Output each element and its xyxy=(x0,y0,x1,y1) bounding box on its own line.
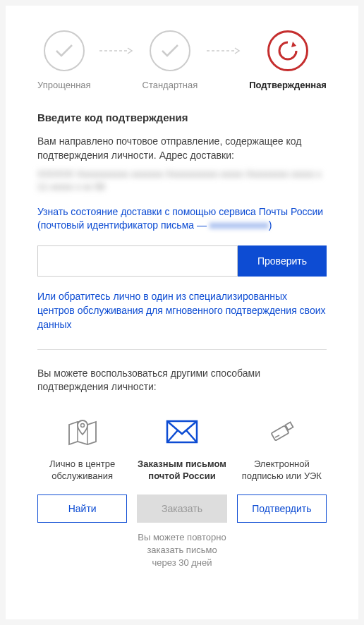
confirm-button[interactable]: Подтвердить xyxy=(237,494,327,523)
code-input-row: Проверить xyxy=(37,245,327,277)
order-button: Заказать xyxy=(137,494,226,523)
delivery-status-link[interactable]: Узнать состояние доставки с помощью серв… xyxy=(37,205,327,233)
method-center: Лично в центре обслуживания Найти xyxy=(37,414,127,570)
step-standard: Стандартная xyxy=(142,30,198,90)
verification-card: Упрощенная Стандартная Подтвержденная Вв… xyxy=(6,6,358,619)
envelope-icon xyxy=(166,414,198,449)
link-text: Узнать состояние доставки с помощью серв… xyxy=(37,206,323,231)
step-label: Стандартная xyxy=(142,80,198,90)
method-signature: Электронной подписью или УЭК Подтвердить xyxy=(237,414,327,570)
methods-row: Лично в центре обслуживания Найти Заказн… xyxy=(37,414,327,570)
address-hidden: XXXXXX Xxxxxxxxxxx xxxxxxx Xxxxxxxxxxx x… xyxy=(37,168,327,193)
svg-rect-6 xyxy=(272,425,289,440)
page-title: Введите код подтверждения xyxy=(37,111,327,123)
method-label: Лично в центре обслуживания xyxy=(37,458,127,485)
check-icon xyxy=(150,30,190,71)
method-label: Электронной подписью или УЭК xyxy=(237,458,327,485)
description-text: Вам направлено почтовое отправление, сод… xyxy=(37,135,327,162)
link-text-end: ) xyxy=(269,219,272,231)
step-label: Подтвержденная xyxy=(249,80,327,90)
divider xyxy=(37,349,327,350)
check-icon xyxy=(44,30,85,71)
usb-key-icon xyxy=(265,414,298,449)
step-simplified: Упрощенная xyxy=(37,30,91,90)
reload-icon xyxy=(267,30,308,71)
method-mail: Заказным письмом почтой России Заказать … xyxy=(137,414,226,570)
arrow-icon xyxy=(99,47,133,55)
step-label: Упрощенная xyxy=(37,80,91,90)
method-label: Заказным письмом почтой России xyxy=(137,458,226,485)
arrow-icon xyxy=(207,47,241,55)
svg-line-8 xyxy=(275,435,279,437)
reorder-note: Вы можете повторно заказать письмо через… xyxy=(137,531,226,570)
find-button[interactable]: Найти xyxy=(37,494,127,523)
map-pin-icon xyxy=(66,414,99,449)
service-center-link[interactable]: Или обратитесь лично в один из специализ… xyxy=(37,289,327,332)
steps-progress: Упрощенная Стандартная Подтвержденная xyxy=(37,30,327,90)
step-confirmed: Подтвержденная xyxy=(249,30,327,90)
tracking-id-hidden: xxxxxxxxxxxx xyxy=(210,219,269,231)
other-methods-title: Вы можете воспользоваться другими способ… xyxy=(37,367,327,394)
check-button[interactable]: Проверить xyxy=(238,245,327,277)
confirmation-code-input[interactable] xyxy=(37,245,238,277)
